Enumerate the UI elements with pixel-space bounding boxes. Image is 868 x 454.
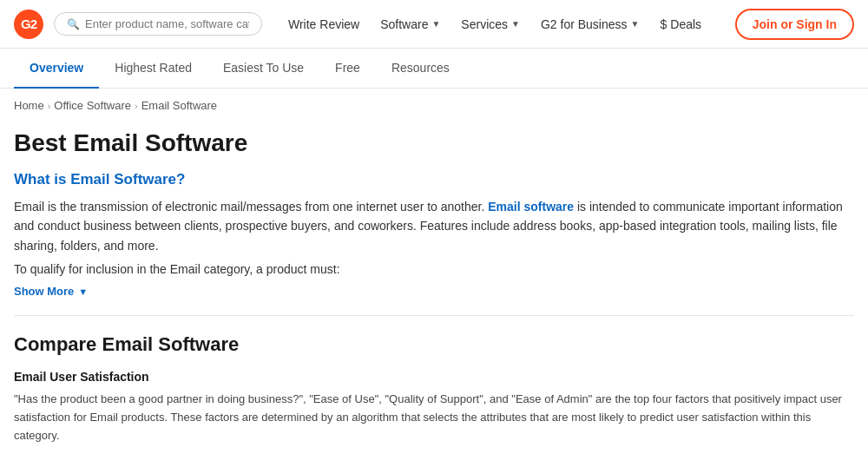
search-bar[interactable]: 🔍 xyxy=(54,12,262,36)
breadcrumb-current: Email Software xyxy=(141,99,217,112)
search-icon: 🔍 xyxy=(67,18,80,30)
email-software-link[interactable]: Email software xyxy=(488,200,574,214)
show-more-button[interactable]: Show More ▼ xyxy=(14,285,88,298)
tab-resources[interactable]: Resources xyxy=(376,49,465,89)
compare-title: Compare Email Software xyxy=(14,333,854,356)
section-subtitle: What is Email Software? xyxy=(14,171,854,188)
g2-logo[interactable]: G2 xyxy=(14,10,43,39)
tab-highest-rated[interactable]: Highest Rated xyxy=(99,49,207,89)
search-input[interactable] xyxy=(85,17,249,30)
nav-links: Write Review Software ▼ Services ▼ G2 fo… xyxy=(279,12,710,36)
tabs-bar: Overview Highest Rated Easiest To Use Fr… xyxy=(0,49,868,89)
qualify-text: To qualify for inclusion in the Email ca… xyxy=(14,262,854,276)
show-more-chevron-icon: ▼ xyxy=(78,286,88,297)
breadcrumb-office-software[interactable]: Office Software xyxy=(54,99,131,112)
description-paragraph: Email is the transmission of electronic … xyxy=(14,197,854,255)
deals-link[interactable]: $ Deals xyxy=(651,12,710,36)
satisfaction-desc: "Has the product been a good partner in … xyxy=(14,391,854,444)
description-text-1: Email is the transmission of electronic … xyxy=(14,200,484,214)
dollar-icon: $ xyxy=(660,17,667,31)
tab-easiest-to-use[interactable]: Easiest To Use xyxy=(207,49,319,89)
satisfaction-label: Email User Satisfaction xyxy=(14,370,854,384)
tab-free[interactable]: Free xyxy=(319,49,376,89)
services-chevron-icon: ▼ xyxy=(511,19,520,29)
g2-business-menu[interactable]: G2 for Business ▼ xyxy=(532,12,648,36)
breadcrumb-sep-2: › xyxy=(135,101,138,111)
breadcrumb: Home › Office Software › Email Software xyxy=(0,89,868,122)
breadcrumb-home[interactable]: Home xyxy=(14,99,44,112)
navbar: G2 🔍 Write Review Software ▼ Services ▼ … xyxy=(0,0,868,49)
software-chevron-icon: ▼ xyxy=(431,19,440,29)
g2biz-chevron-icon: ▼ xyxy=(631,19,640,29)
tab-overview[interactable]: Overview xyxy=(14,49,99,89)
software-menu[interactable]: Software ▼ xyxy=(372,12,449,36)
services-menu[interactable]: Services ▼ xyxy=(452,12,529,36)
page-title: Best Email Software xyxy=(14,129,854,157)
breadcrumb-sep-1: › xyxy=(48,101,51,111)
section-divider xyxy=(14,315,854,316)
signin-button[interactable]: Join or Sign In xyxy=(735,9,854,40)
main-content: Best Email Software What is Email Softwa… xyxy=(0,122,868,454)
write-review-link[interactable]: Write Review xyxy=(279,12,368,36)
